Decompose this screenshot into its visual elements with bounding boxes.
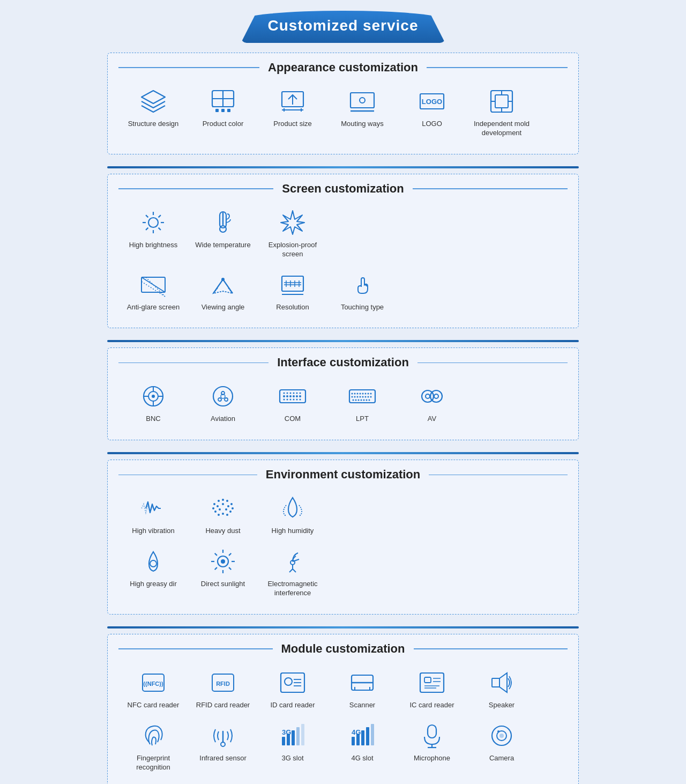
svg-line-31 [159,215,161,217]
title-line-left [118,475,257,476]
svg-point-83 [368,393,369,395]
svg-point-98 [366,400,368,401]
svg-point-79 [357,393,359,395]
item-scanner: Scanner [333,668,392,710]
item-com: COM [263,381,322,424]
svg-rect-7 [227,109,230,112]
divider-bar [107,166,579,168]
svg-text:((NFC)): ((NFC)) [143,681,163,687]
item-label-mounting: Mouting ways [341,120,383,129]
svg-point-55 [225,398,228,401]
antiglare-icon [138,270,168,300]
svg-point-103 [434,394,438,398]
speaker-icon [487,668,517,698]
item-label-iccard: IC card reader [409,701,454,710]
touch-icon [347,270,377,300]
layers-icon [138,86,168,116]
svg-point-104 [213,503,215,505]
svg-point-58 [283,395,285,397]
svg-point-120 [226,514,228,516]
svg-point-91 [368,396,369,398]
iccard-icon [417,668,447,698]
item-label-com: COM [285,415,301,424]
section-title-appearance: Appearance customization [259,61,427,75]
svg-point-62 [296,395,298,397]
svg-point-73 [293,399,295,401]
title-line-left [118,363,269,364]
item-dust: Heavy dust [193,493,252,536]
items-row-environment-0: High vibration Heavy dust High humidity [118,489,568,540]
svg-line-128 [229,567,231,569]
svg-point-65 [287,393,288,394]
svg-point-67 [293,393,295,394]
items-row-interface-0: BNC Aviation COM [118,377,568,428]
fingerprint-icon [138,721,168,751]
item-humidity: High humidity [263,493,322,536]
svg-point-59 [286,395,288,397]
title-line-left [118,67,259,68]
item-viewangle: Viewing angle [193,270,252,312]
title-line-right [413,188,568,189]
temperature-icon [208,208,238,238]
item-resize: Product size [263,86,322,129]
items-row-screen-1: Anti-glare screen Viewing angle Resoluti… [118,265,568,316]
svg-point-64 [284,393,285,394]
svg-point-75 [300,399,301,401]
resize-icon [278,86,308,116]
title-line-right [414,648,568,649]
svg-line-129 [229,553,231,556]
section-title-row: Screen customization [118,182,568,196]
item-label-aviation: Aviation [211,415,235,424]
divider-bar [107,452,579,454]
item-label-electromagnetic: Electromagnetic interference [263,580,322,598]
idcard-icon [278,668,308,698]
item-iccard: IC card reader [402,668,461,710]
item-antiglare: Anti-glare screen [124,270,183,312]
svg-point-47 [152,395,155,398]
title-line-right [427,67,568,68]
svg-rect-6 [221,109,225,112]
item-label-palette: Product color [203,120,244,129]
svg-text:LOGO: LOGO [422,98,442,106]
svg-point-119 [222,513,224,515]
logo-icon: LOGO [417,86,447,116]
item-label-mold: Independent mold development [472,120,531,138]
item-label-idcard: ID card reader [270,701,315,710]
item-label-3gslot: 3G slot [281,754,303,763]
item-label-temperature: Wide temperature [195,241,250,250]
section-title-row: Environment customization [118,468,568,482]
section-title-module: Module customization [273,642,414,656]
item-label-viewangle: Viewing angle [202,303,245,312]
dust-icon [208,493,238,523]
item-mounting: Mouting ways [333,86,392,129]
item-aviation: Aviation [193,381,252,424]
svg-point-78 [354,393,356,395]
vibration-icon [138,493,168,523]
item-label-fingerprint: Fingerprint recognition [124,754,183,772]
item-label-resize: Product size [273,120,312,129]
item-temperature: Wide temperature [193,208,252,250]
item-resolution: Resolution [263,270,322,312]
item-label-4gslot: 4G slot [351,754,373,763]
section-interface: Interface customization BNC Aviation CO [107,347,579,440]
svg-point-90 [365,396,367,398]
item-sunlight: Direct sunlight [193,546,252,589]
item-label-camera: Camera [489,754,514,763]
svg-line-30 [159,227,161,230]
svg-point-118 [218,514,220,516]
item-mold: Independent mold development [472,86,531,138]
svg-point-108 [230,503,233,505]
aviation-icon [208,381,238,411]
item-camera: Camera [472,721,531,763]
item-infrared: Infrared sensor [193,721,252,763]
svg-point-54 [218,398,221,401]
item-label-dust: Heavy dust [205,527,240,536]
svg-point-117 [229,511,232,513]
title-line-left [118,188,273,189]
lpt-icon [347,381,377,411]
section-title-screen: Screen customization [273,182,412,196]
svg-line-32 [146,227,148,230]
item-label-touch: Touching type [341,303,384,312]
svg-point-88 [360,396,361,398]
svg-point-24 [148,218,158,227]
